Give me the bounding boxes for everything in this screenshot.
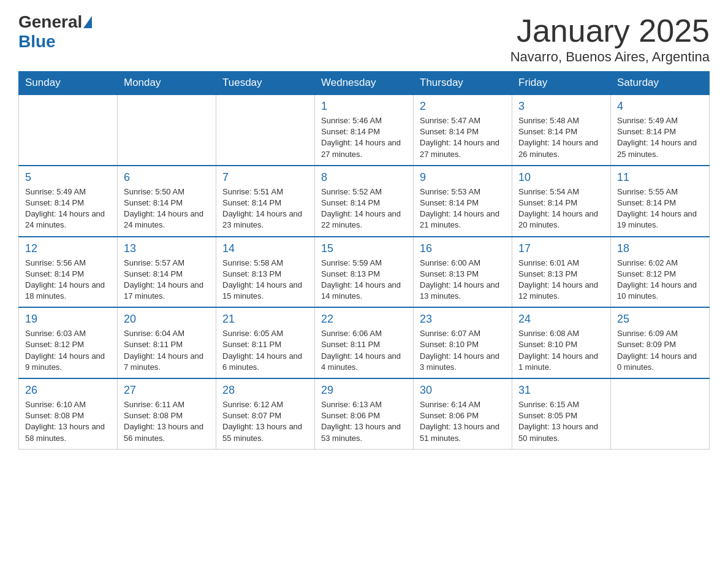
day-number: 31 [518, 384, 604, 397]
day-info: Sunrise: 5:58 AMSunset: 8:13 PMDaylight:… [222, 258, 308, 302]
day-info: Sunrise: 6:09 AMSunset: 8:09 PMDaylight:… [617, 328, 703, 373]
day-info: Sunrise: 6:10 AMSunset: 8:08 PMDaylight:… [25, 399, 111, 444]
day-number: 4 [617, 100, 703, 113]
day-info: Sunrise: 5:55 AMSunset: 8:14 PMDaylight:… [617, 186, 703, 231]
table-row: 21Sunrise: 6:05 AMSunset: 8:11 PMDayligh… [216, 307, 315, 378]
day-info: Sunrise: 6:13 AMSunset: 8:06 PMDaylight:… [321, 399, 407, 444]
day-number: 15 [321, 242, 407, 255]
col-tuesday: Tuesday [216, 72, 315, 95]
day-number: 18 [617, 242, 703, 255]
table-row: 29Sunrise: 6:13 AMSunset: 8:06 PMDayligh… [315, 378, 414, 449]
day-number: 7 [222, 171, 308, 184]
week-row-2: 5Sunrise: 5:49 AMSunset: 8:14 PMDaylight… [19, 166, 710, 237]
day-number: 19 [25, 313, 111, 326]
day-info: Sunrise: 6:14 AMSunset: 8:06 PMDaylight:… [420, 399, 506, 444]
day-number: 23 [420, 313, 506, 326]
table-row: 19Sunrise: 6:03 AMSunset: 8:12 PMDayligh… [19, 307, 118, 378]
day-number: 16 [420, 242, 506, 255]
day-number: 21 [222, 313, 308, 326]
day-info: Sunrise: 6:05 AMSunset: 8:11 PMDaylight:… [222, 328, 308, 373]
logo-blue-text: Blue [18, 32, 56, 52]
day-number: 28 [222, 384, 308, 397]
week-row-3: 12Sunrise: 5:56 AMSunset: 8:14 PMDayligh… [19, 237, 710, 308]
day-info: Sunrise: 5:52 AMSunset: 8:14 PMDaylight:… [321, 186, 407, 231]
day-number: 5 [25, 171, 111, 184]
col-sunday: Sunday [19, 72, 118, 95]
table-row: 16Sunrise: 6:00 AMSunset: 8:13 PMDayligh… [414, 237, 512, 308]
day-number: 3 [518, 100, 604, 113]
day-number: 29 [321, 384, 407, 397]
title-section: January 2025 Navarro, Buenos Aires, Arge… [510, 12, 710, 65]
day-number: 13 [124, 242, 210, 255]
calendar-table: Sunday Monday Tuesday Wednesday Thursday… [18, 71, 710, 450]
day-info: Sunrise: 6:00 AMSunset: 8:13 PMDaylight:… [420, 258, 506, 302]
day-number: 22 [321, 313, 407, 326]
day-info: Sunrise: 5:49 AMSunset: 8:14 PMDaylight:… [617, 115, 703, 160]
day-number: 12 [25, 242, 111, 255]
table-row: 4Sunrise: 5:49 AMSunset: 8:14 PMDaylight… [611, 94, 710, 166]
day-number: 10 [518, 171, 604, 184]
day-number: 1 [321, 100, 407, 113]
day-info: Sunrise: 5:49 AMSunset: 8:14 PMDaylight:… [25, 186, 111, 231]
table-row: 22Sunrise: 6:06 AMSunset: 8:11 PMDayligh… [315, 307, 414, 378]
col-monday: Monday [118, 72, 216, 95]
day-info: Sunrise: 6:15 AMSunset: 8:05 PMDaylight:… [518, 399, 604, 444]
day-info: Sunrise: 6:08 AMSunset: 8:10 PMDaylight:… [518, 328, 604, 373]
day-number: 9 [420, 171, 506, 184]
table-row: 7Sunrise: 5:51 AMSunset: 8:14 PMDaylight… [216, 166, 315, 237]
table-row: 26Sunrise: 6:10 AMSunset: 8:08 PMDayligh… [19, 378, 118, 449]
day-info: Sunrise: 5:53 AMSunset: 8:14 PMDaylight:… [420, 186, 506, 231]
col-wednesday: Wednesday [315, 72, 414, 95]
day-info: Sunrise: 5:46 AMSunset: 8:14 PMDaylight:… [321, 115, 407, 160]
logo: General Blue [18, 12, 93, 52]
table-row: 9Sunrise: 5:53 AMSunset: 8:14 PMDaylight… [414, 166, 512, 237]
table-row: 31Sunrise: 6:15 AMSunset: 8:05 PMDayligh… [512, 378, 611, 449]
table-row: 30Sunrise: 6:14 AMSunset: 8:06 PMDayligh… [414, 378, 512, 449]
table-row: 8Sunrise: 5:52 AMSunset: 8:14 PMDaylight… [315, 166, 414, 237]
table-row: 20Sunrise: 6:04 AMSunset: 8:11 PMDayligh… [118, 307, 216, 378]
table-row [118, 94, 216, 166]
day-info: Sunrise: 5:56 AMSunset: 8:14 PMDaylight:… [25, 258, 111, 302]
calendar-header-row: Sunday Monday Tuesday Wednesday Thursday… [19, 72, 710, 95]
location-subtitle: Navarro, Buenos Aires, Argentina [510, 49, 710, 65]
day-info: Sunrise: 5:54 AMSunset: 8:14 PMDaylight:… [518, 186, 604, 231]
day-info: Sunrise: 6:01 AMSunset: 8:13 PMDaylight:… [518, 258, 604, 302]
col-thursday: Thursday [414, 72, 512, 95]
table-row: 27Sunrise: 6:11 AMSunset: 8:08 PMDayligh… [118, 378, 216, 449]
table-row: 25Sunrise: 6:09 AMSunset: 8:09 PMDayligh… [611, 307, 710, 378]
table-row: 23Sunrise: 6:07 AMSunset: 8:10 PMDayligh… [414, 307, 512, 378]
day-info: Sunrise: 5:47 AMSunset: 8:14 PMDaylight:… [420, 115, 506, 160]
day-info: Sunrise: 5:48 AMSunset: 8:14 PMDaylight:… [518, 115, 604, 160]
day-info: Sunrise: 5:51 AMSunset: 8:14 PMDaylight:… [222, 186, 308, 231]
day-number: 8 [321, 171, 407, 184]
table-row [19, 94, 118, 166]
page-header: General Blue January 2025 Navarro, Bueno… [18, 12, 710, 65]
day-number: 27 [124, 384, 210, 397]
table-row [216, 94, 315, 166]
day-info: Sunrise: 6:02 AMSunset: 8:12 PMDaylight:… [617, 258, 703, 302]
table-row: 10Sunrise: 5:54 AMSunset: 8:14 PMDayligh… [512, 166, 611, 237]
day-number: 25 [617, 313, 703, 326]
day-number: 30 [420, 384, 506, 397]
col-saturday: Saturday [611, 72, 710, 95]
day-number: 26 [25, 384, 111, 397]
table-row: 2Sunrise: 5:47 AMSunset: 8:14 PMDaylight… [414, 94, 512, 166]
table-row: 14Sunrise: 5:58 AMSunset: 8:13 PMDayligh… [216, 237, 315, 308]
day-info: Sunrise: 5:50 AMSunset: 8:14 PMDaylight:… [124, 186, 210, 231]
table-row [611, 378, 710, 449]
day-info: Sunrise: 6:12 AMSunset: 8:07 PMDaylight:… [222, 399, 308, 444]
table-row: 28Sunrise: 6:12 AMSunset: 8:07 PMDayligh… [216, 378, 315, 449]
day-number: 2 [420, 100, 506, 113]
day-info: Sunrise: 6:03 AMSunset: 8:12 PMDaylight:… [25, 328, 111, 373]
col-friday: Friday [512, 72, 611, 95]
day-number: 6 [124, 171, 210, 184]
table-row: 3Sunrise: 5:48 AMSunset: 8:14 PMDaylight… [512, 94, 611, 166]
table-row: 5Sunrise: 5:49 AMSunset: 8:14 PMDaylight… [19, 166, 118, 237]
table-row: 1Sunrise: 5:46 AMSunset: 8:14 PMDaylight… [315, 94, 414, 166]
month-title: January 2025 [510, 12, 710, 49]
table-row: 12Sunrise: 5:56 AMSunset: 8:14 PMDayligh… [19, 237, 118, 308]
day-info: Sunrise: 5:59 AMSunset: 8:13 PMDaylight:… [321, 258, 407, 302]
table-row: 24Sunrise: 6:08 AMSunset: 8:10 PMDayligh… [512, 307, 611, 378]
table-row: 15Sunrise: 5:59 AMSunset: 8:13 PMDayligh… [315, 237, 414, 308]
day-info: Sunrise: 6:06 AMSunset: 8:11 PMDaylight:… [321, 328, 407, 373]
